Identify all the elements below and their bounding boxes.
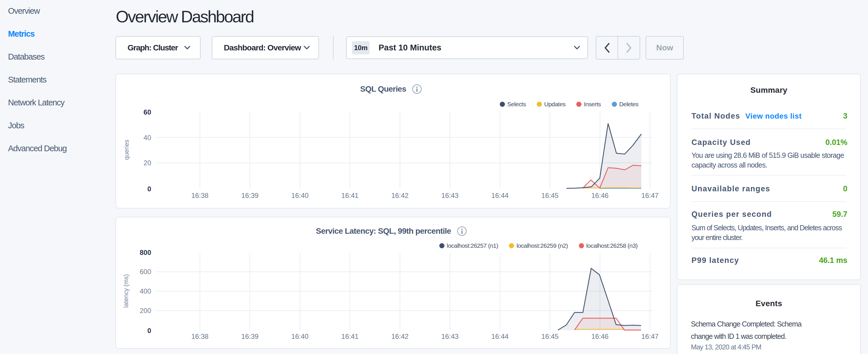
svg-text:16:39: 16:39: [241, 332, 258, 340]
svg-text:0: 0: [147, 327, 151, 334]
svg-text:16:39: 16:39: [241, 192, 258, 199]
svg-text:16:38: 16:38: [191, 332, 209, 340]
svg-text:60: 60: [144, 108, 151, 116]
svg-text:40: 40: [144, 134, 151, 141]
svg-text:0: 0: [147, 185, 151, 193]
svg-text:16:43: 16:43: [441, 192, 459, 199]
svg-text:16:43: 16:43: [441, 332, 459, 340]
svg-text:16:46: 16:46: [591, 332, 609, 340]
svg-text:600: 600: [140, 268, 151, 276]
svg-text:16:41: 16:41: [341, 192, 359, 199]
svg-text:latency (ms): latency (ms): [123, 274, 129, 308]
svg-text:16:40: 16:40: [291, 192, 309, 199]
svg-text:16:41: 16:41: [341, 332, 359, 340]
svg-text:800: 800: [140, 249, 151, 256]
svg-text:16:42: 16:42: [392, 332, 409, 340]
svg-text:16:45: 16:45: [541, 332, 559, 340]
svg-text:16:47: 16:47: [641, 332, 658, 340]
svg-text:16:45: 16:45: [541, 192, 559, 199]
svg-text:400: 400: [140, 287, 151, 295]
svg-text:200: 200: [140, 307, 151, 315]
svg-text:16:44: 16:44: [492, 192, 509, 199]
svg-text:16:44: 16:44: [492, 332, 509, 340]
svg-text:16:42: 16:42: [392, 192, 409, 199]
svg-text:queries: queries: [123, 140, 130, 160]
svg-text:20: 20: [144, 159, 151, 167]
svg-text:16:47: 16:47: [641, 192, 658, 199]
svg-text:16:40: 16:40: [291, 332, 309, 340]
svg-text:16:46: 16:46: [591, 192, 609, 199]
svg-text:16:38: 16:38: [191, 192, 209, 199]
